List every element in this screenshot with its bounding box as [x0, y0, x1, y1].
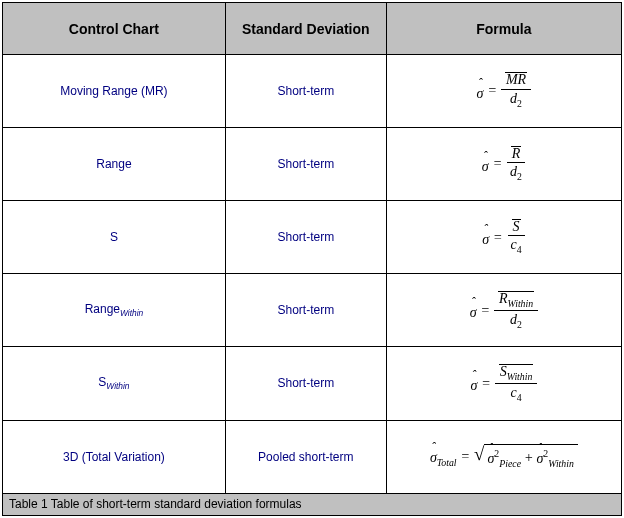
sigma-hat: σ — [487, 451, 494, 466]
plus: + — [524, 450, 533, 465]
control-chart-name: S — [3, 201, 226, 274]
table-row: RangeWithin Short-term σ = RWithin d2 — [3, 274, 622, 347]
formula-cell: σTotal = √ σ2Piece + σ2Within — [386, 420, 621, 493]
sigma-hat: σ — [470, 378, 477, 393]
within-sub: Within — [548, 458, 574, 469]
s-within: S — [500, 364, 507, 379]
std-dev-cell: Short-term — [225, 347, 386, 420]
table-row: 3D (Total Variation) Pooled short-term σ… — [3, 420, 622, 493]
header-formula: Formula — [386, 3, 621, 55]
std-dev-cell: Short-term — [225, 274, 386, 347]
table-row: Moving Range (MR) Short-term σ = MR d2 — [3, 55, 622, 128]
formula-cell: σ = MR d2 — [386, 55, 621, 128]
r-within: R — [499, 291, 508, 306]
std-dev-cell: Pooled short-term — [225, 420, 386, 493]
table-caption: Table 1 Table of short-term standard dev… — [3, 493, 622, 515]
sigma-hat: σ — [477, 86, 484, 101]
formula-cell: σ = S c4 — [386, 201, 621, 274]
header-std-dev: Standard Deviation — [225, 3, 386, 55]
d2-index: 2 — [517, 98, 522, 109]
sigma-hat: σ — [470, 305, 477, 320]
sigma-total-sub: Total — [437, 457, 457, 468]
sigma-hat: σ — [482, 232, 489, 247]
r-bar: R — [511, 146, 522, 162]
table-row: SWithin Short-term σ = SWithin c4 — [3, 347, 622, 420]
table-row: S Short-term σ = S c4 — [3, 201, 622, 274]
sigma-hat: σ — [430, 450, 437, 465]
sigma-hat: σ — [536, 451, 543, 466]
equals: = — [493, 230, 502, 245]
s-bar: S — [512, 219, 521, 235]
c4-index: 4 — [517, 392, 522, 403]
sigma-hat: σ — [482, 159, 489, 174]
s-within-sub: Within — [507, 370, 533, 381]
std-dev-cell: Short-term — [225, 55, 386, 128]
equals: = — [461, 449, 470, 464]
header-row: Control Chart Standard Deviation Formula — [3, 3, 622, 55]
name-text: Moving Range (MR) — [60, 84, 167, 98]
name-text: Range — [96, 157, 131, 171]
d2-index: 2 — [517, 318, 522, 329]
name-text: S — [110, 230, 118, 244]
name-text: 3D (Total Variation) — [63, 450, 165, 464]
equals: = — [481, 303, 490, 318]
d2-index: 2 — [517, 171, 522, 182]
header-control-chart: Control Chart — [3, 3, 226, 55]
name-subscript: Within — [106, 382, 129, 392]
piece-sub: Piece — [499, 458, 521, 469]
name-text: Range — [85, 302, 120, 316]
caption-row: Table 1 Table of short-term standard dev… — [3, 493, 622, 515]
c4-index: 4 — [517, 244, 522, 255]
control-chart-name: Moving Range (MR) — [3, 55, 226, 128]
std-dev-cell: Short-term — [225, 128, 386, 201]
formula-cell: σ = R d2 — [386, 128, 621, 201]
equals: = — [481, 376, 490, 391]
name-subscript: Within — [120, 309, 143, 319]
std-dev-cell: Short-term — [225, 201, 386, 274]
r-within-sub: Within — [508, 297, 534, 308]
formula-table: Control Chart Standard Deviation Formula… — [2, 2, 622, 516]
table-row: Range Short-term σ = R d2 — [3, 128, 622, 201]
mr-bar: MR — [505, 72, 527, 88]
control-chart-name: 3D (Total Variation) — [3, 420, 226, 493]
formula-cell: σ = RWithin d2 — [386, 274, 621, 347]
equals: = — [488, 83, 497, 98]
control-chart-name: Range — [3, 128, 226, 201]
formula-cell: σ = SWithin c4 — [386, 347, 621, 420]
equals: = — [493, 156, 502, 171]
sqrt-icon: √ — [474, 444, 484, 470]
control-chart-name: SWithin — [3, 347, 226, 420]
control-chart-name: RangeWithin — [3, 274, 226, 347]
